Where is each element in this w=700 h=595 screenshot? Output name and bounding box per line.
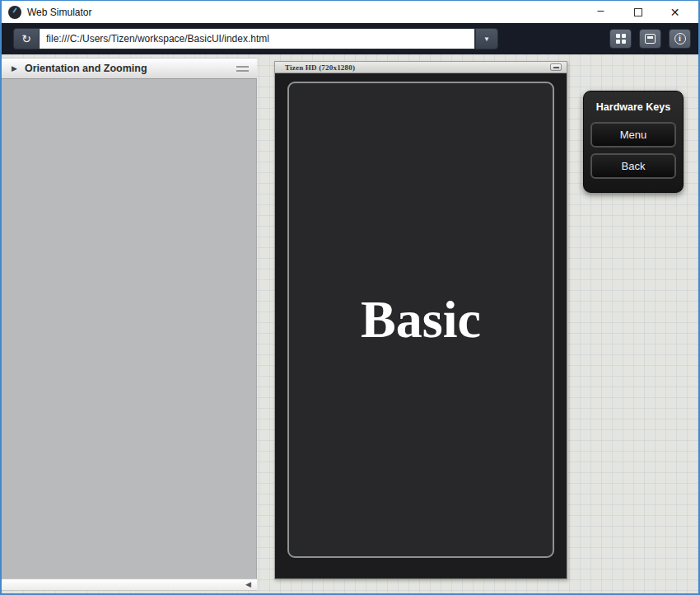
left-panel: ▶ Orientation and Zooming ◀	[2, 58, 257, 591]
back-key-button[interactable]: Back	[590, 153, 676, 179]
simulator-canvas: ▶ Orientation and Zooming ◀ Tizen HD (72…	[2, 54, 698, 593]
layout-icon	[645, 34, 656, 44]
refresh-button[interactable]: ↻	[13, 28, 39, 49]
url-bar: ↻ ▼	[13, 28, 498, 49]
chevron-down-icon: ▼	[483, 35, 490, 43]
panel-collapse-strip[interactable]: ◀	[2, 579, 257, 591]
window-controls: – ✕	[582, 1, 693, 23]
minimize-button[interactable]: –	[582, 1, 619, 23]
device-titlebar[interactable]: Tizen HD (720x1280)	[275, 62, 567, 73]
panel-title: Orientation and Zooming	[25, 63, 236, 74]
refresh-icon: ↻	[21, 33, 31, 45]
device-title: Tizen HD (720x1280)	[285, 63, 550, 72]
layout-button[interactable]	[639, 29, 661, 49]
url-history-dropdown[interactable]: ▼	[475, 28, 498, 49]
info-icon: i	[674, 33, 686, 45]
menu-key-button[interactable]: Menu	[590, 122, 676, 148]
collapse-left-icon: ◀	[245, 581, 251, 588]
info-button[interactable]: i	[669, 29, 691, 49]
device-bezel: Basic	[275, 73, 567, 579]
expand-arrow-icon: ▶	[12, 64, 17, 73]
panels-grid-icon	[616, 34, 626, 44]
app-icon	[8, 6, 21, 19]
toolbar: ↻ ▼ i	[2, 23, 698, 54]
device-collapse-button[interactable]	[550, 63, 562, 71]
device-screen[interactable]: Basic	[287, 82, 554, 558]
close-button[interactable]: ✕	[656, 1, 693, 23]
titlebar: Web Simulator – ✕	[2, 1, 698, 23]
panel-header-orientation-and-zooming[interactable]: ▶ Orientation and Zooming	[2, 58, 257, 79]
app-content-text: Basic	[361, 293, 481, 346]
hardware-keys-title: Hardware Keys	[596, 101, 670, 113]
maximize-button[interactable]	[619, 1, 656, 23]
url-input[interactable]	[39, 28, 475, 49]
window-title: Web Simulator	[27, 7, 582, 18]
web-simulator-window: Web Simulator – ✕ ↻ ▼ i	[0, 0, 700, 595]
device-window: Tizen HD (720x1280) Basic	[274, 61, 567, 579]
panel-body	[2, 79, 257, 579]
hardware-keys-panel: Hardware Keys Menu Back	[583, 91, 684, 193]
maximize-icon	[634, 8, 642, 16]
drag-handle-icon[interactable]	[236, 66, 249, 72]
panels-button[interactable]	[609, 29, 632, 49]
dash-icon	[553, 67, 559, 68]
